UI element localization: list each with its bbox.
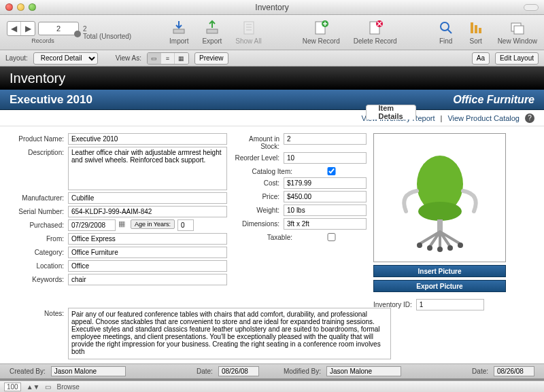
export-icon xyxy=(204,20,220,36)
nav-arrows[interactable]: ◀ ▶ xyxy=(7,21,35,36)
catalog-item-checkbox[interactable] xyxy=(296,167,367,175)
next-record-icon[interactable]: ▶ xyxy=(21,22,35,35)
serial-field[interactable] xyxy=(68,206,227,217)
reorder-level-field[interactable] xyxy=(284,152,367,164)
tab-item-details[interactable]: Item Details xyxy=(366,105,416,120)
insert-picture-button[interactable]: Insert Picture xyxy=(373,265,506,277)
slider-knob-icon[interactable] xyxy=(74,31,81,37)
edit-layout-button[interactable]: Edit Layout xyxy=(495,52,539,65)
dimensions-label: Dimensions: xyxy=(234,218,284,228)
total-label: Total (Unsorted) xyxy=(83,33,131,40)
export-picture-button[interactable]: Export Picture xyxy=(373,280,506,292)
purchased-field[interactable] xyxy=(68,219,116,231)
prev-record-icon[interactable]: ◀ xyxy=(7,22,21,35)
layout-select[interactable]: Record Detail xyxy=(33,52,98,65)
from-field[interactable] xyxy=(68,233,227,245)
text-size-button[interactable]: Aa xyxy=(472,52,490,65)
export-button[interactable]: Export xyxy=(202,20,222,45)
record-name: Executive 2010 xyxy=(10,93,92,107)
preview-button[interactable]: Preview xyxy=(194,52,228,65)
record-category: Office Furniture xyxy=(453,94,534,106)
svg-rect-16 xyxy=(514,26,524,34)
show-all-button[interactable]: Show All xyxy=(235,20,261,45)
view-as-label: View As: xyxy=(116,54,141,62)
description-label: Description: xyxy=(10,147,68,156)
delete-record-icon xyxy=(367,20,384,36)
import-button[interactable]: Import xyxy=(169,20,188,45)
content-area: Inventory Executive 2010 Office Furnitur… xyxy=(0,67,544,380)
svg-point-23 xyxy=(447,245,453,251)
links-row: Item Details View Inventory Report | Vie… xyxy=(0,110,544,126)
description-field[interactable]: Leather office chair with adjustable arm… xyxy=(68,147,227,190)
help-icon[interactable]: ? xyxy=(525,113,534,123)
layout-bar: Layout: Record Detail View As: ▭ ≡ ▦ Pre… xyxy=(0,50,544,67)
notes-row: Notes: Pair any of our featured conferen… xyxy=(10,308,391,359)
product-name-field[interactable] xyxy=(68,133,227,145)
svg-point-21 xyxy=(458,243,463,248)
delete-record-button[interactable]: Delete Record xyxy=(354,20,397,45)
svg-line-11 xyxy=(447,29,452,33)
new-window-button[interactable]: New Window xyxy=(498,20,537,45)
svg-rect-2 xyxy=(244,22,254,34)
location-label: Location: xyxy=(10,260,68,270)
window-titlebar: Inventory xyxy=(0,0,544,15)
view-product-catalog-link[interactable]: View Product Catalog xyxy=(447,114,520,122)
svg-point-22 xyxy=(427,245,432,251)
chair-icon xyxy=(386,143,494,252)
find-icon xyxy=(438,20,454,36)
view-list-icon[interactable]: ≡ xyxy=(161,53,175,64)
record-navigator: ◀ ▶ 2 Records 2 Total (Unsorted) xyxy=(7,21,131,44)
sort-button[interactable]: Sort xyxy=(468,20,484,45)
zoom-controls-icon[interactable]: ▲▼ xyxy=(27,383,40,391)
records-label: Records xyxy=(31,37,54,44)
product-image[interactable] xyxy=(373,133,506,262)
modified-by-label: Modified By: xyxy=(284,368,321,375)
svg-rect-14 xyxy=(479,28,481,33)
keywords-label: Keywords: xyxy=(10,274,68,283)
layout-tool-icon[interactable]: ▭ xyxy=(45,383,51,391)
new-record-button[interactable]: New Record xyxy=(303,20,340,45)
record-number-value: 2 xyxy=(56,24,61,33)
weight-label: Weight: xyxy=(234,204,284,214)
view-form-icon[interactable]: ▭ xyxy=(148,53,161,64)
dimensions-field[interactable] xyxy=(284,218,367,230)
purchased-label: Purchased: xyxy=(10,219,68,229)
category-label: Category: xyxy=(10,247,68,256)
modified-date-label: Date: xyxy=(472,368,488,375)
price-field[interactable] xyxy=(284,191,367,202)
amount-in-stock-label: Amount in Stock: xyxy=(234,133,284,150)
amount-in-stock-field[interactable] xyxy=(284,133,367,145)
view-table-icon[interactable]: ▦ xyxy=(175,53,188,64)
cost-field[interactable] xyxy=(284,177,367,189)
modified-date-field xyxy=(494,366,534,376)
show-all-icon xyxy=(241,20,257,36)
product-name-label: Product Name: xyxy=(10,133,68,143)
calendar-icon[interactable]: ▦ xyxy=(118,219,125,228)
import-icon xyxy=(171,20,187,36)
page-title: Inventory xyxy=(0,67,544,90)
window-title: Inventory xyxy=(0,3,544,12)
age-in-years-button[interactable]: Age in Years: xyxy=(131,219,175,229)
catalog-item-label: Catalog Item: xyxy=(234,166,296,175)
created-date-field xyxy=(218,366,259,376)
category-field[interactable] xyxy=(68,247,227,258)
manufacturer-field[interactable] xyxy=(68,192,227,204)
weight-field[interactable] xyxy=(284,204,367,216)
age-field[interactable] xyxy=(177,219,194,231)
svg-point-24 xyxy=(437,247,443,252)
location-field[interactable] xyxy=(68,260,227,272)
keywords-field[interactable] xyxy=(68,274,227,285)
sort-icon xyxy=(468,20,484,36)
created-by-field xyxy=(51,366,126,376)
from-label: From: xyxy=(10,233,68,243)
record-number-field[interactable]: 2 xyxy=(38,22,79,35)
svg-rect-13 xyxy=(475,25,477,33)
inventory-id-field[interactable] xyxy=(416,299,484,310)
modified-by-field xyxy=(326,366,401,376)
status-bar: 100 ▲▼ ▭ Browse xyxy=(0,380,544,392)
view-as-toggle[interactable]: ▭ ≡ ▦ xyxy=(147,52,189,65)
find-button[interactable]: Find xyxy=(438,20,454,45)
zoom-level[interactable]: 100 xyxy=(4,382,21,391)
notes-field[interactable]: Pair any of our featured conference tabl… xyxy=(68,308,391,359)
taxable-checkbox[interactable] xyxy=(296,233,367,241)
